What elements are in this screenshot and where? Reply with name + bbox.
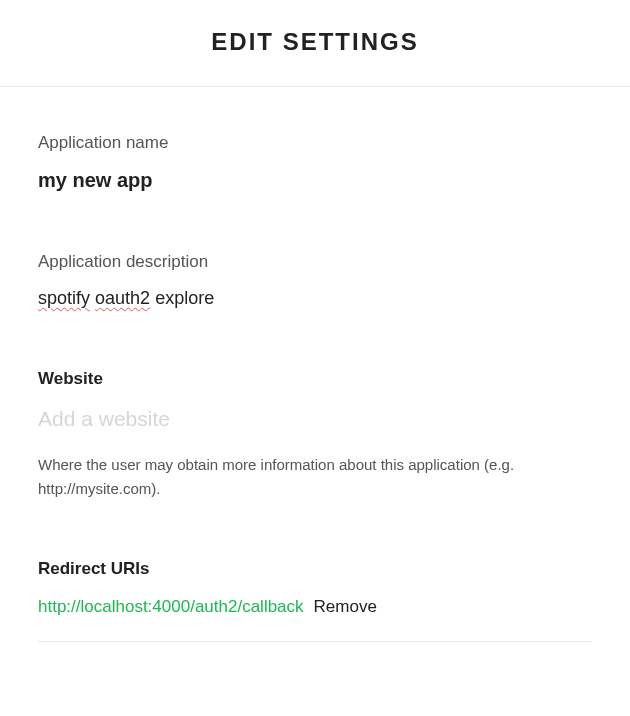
app-name-group: Application name bbox=[38, 133, 592, 192]
app-description-label: Application description bbox=[38, 252, 592, 272]
website-help-text: Where the user may obtain more informati… bbox=[38, 453, 592, 501]
remove-uri-button[interactable]: Remove bbox=[314, 597, 377, 617]
divider bbox=[38, 641, 592, 642]
redirect-uri-link[interactable]: http://localhost:4000/auth2/callback bbox=[38, 597, 304, 617]
website-label: Website bbox=[38, 369, 592, 389]
dialog-content: Application name Application description… bbox=[0, 87, 630, 642]
redirect-uris-label: Redirect URIs bbox=[38, 559, 592, 579]
dialog-header: EDIT SETTINGS bbox=[0, 0, 630, 87]
app-name-label: Application name bbox=[38, 133, 592, 153]
desc-word: explore bbox=[155, 288, 214, 308]
website-group: Website Where the user may obtain more i… bbox=[38, 369, 592, 501]
redirect-uris-group: Redirect URIs http://localhost:4000/auth… bbox=[38, 559, 592, 642]
dialog-title: EDIT SETTINGS bbox=[0, 28, 630, 56]
app-name-input[interactable] bbox=[38, 169, 592, 192]
website-input[interactable] bbox=[38, 407, 592, 431]
redirect-uri-row: http://localhost:4000/auth2/callback Rem… bbox=[38, 597, 592, 617]
app-description-input[interactable]: spotify oauth2 explore bbox=[38, 288, 592, 309]
desc-word-spellerror: oauth2 bbox=[95, 288, 150, 308]
desc-word-spellerror: spotify bbox=[38, 288, 90, 308]
app-description-group: Application description spotify oauth2 e… bbox=[38, 252, 592, 309]
